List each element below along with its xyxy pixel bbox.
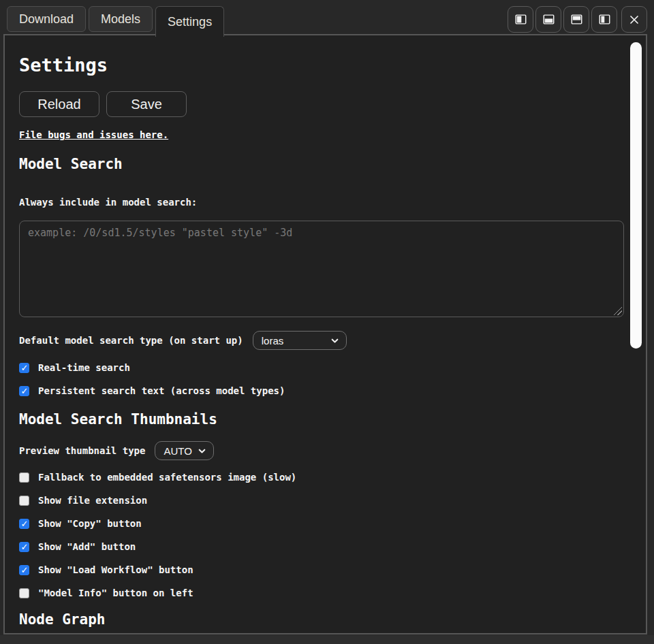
always-include-field-wrap <box>19 221 624 317</box>
tab-bar: Download Models Settings <box>0 0 654 34</box>
default-search-type-row: Default model search type (on start up) … <box>19 331 625 350</box>
panel-right-icon <box>599 14 610 25</box>
tab-list: Download Models Settings <box>7 6 224 37</box>
save-button[interactable]: Save <box>106 91 187 117</box>
vertical-scrollbar[interactable] <box>628 37 644 632</box>
model-info-left-row[interactable]: "Model Info" button on left <box>19 588 625 598</box>
close-icon <box>629 14 640 25</box>
persistent-search-row[interactable]: Persistent search text (across model typ… <box>19 386 625 396</box>
page-title: Settings <box>19 56 625 75</box>
persistent-search-checkbox[interactable] <box>19 386 29 396</box>
panel-bottom-icon <box>543 14 555 25</box>
settings-content: Settings Reload Save File bugs and issue… <box>5 35 625 633</box>
default-search-type-label: Default model search type (on start up) <box>19 336 243 346</box>
file-bugs-link[interactable]: File bugs and issues here. <box>19 130 168 140</box>
chevron-down-icon <box>330 336 339 345</box>
show-file-extension-row[interactable]: Show file extension <box>19 496 625 506</box>
show-copy-button-checkbox[interactable] <box>19 519 29 529</box>
chevron-down-icon <box>198 447 206 455</box>
panel-top-icon <box>571 14 582 25</box>
dock-right-button[interactable] <box>591 6 617 33</box>
persistent-search-label: Persistent search text (across model typ… <box>38 386 285 396</box>
show-load-workflow-checkbox[interactable] <box>19 565 29 575</box>
default-search-type-select[interactable]: loras <box>253 331 347 350</box>
dock-top-button[interactable] <box>563 6 589 33</box>
realtime-search-label: Real-time search <box>38 363 130 373</box>
thumbnails-heading: Model Search Thumbnails <box>19 412 625 427</box>
dock-bottom-button[interactable] <box>535 6 561 33</box>
scrollbar-thumb[interactable] <box>630 42 642 349</box>
horizontal-scrollbar-track[interactable] <box>0 635 654 644</box>
settings-panel: Settings Reload Save File bugs and issue… <box>3 34 647 634</box>
window-buttons <box>508 6 647 33</box>
close-button[interactable] <box>621 6 647 33</box>
show-load-workflow-label: Show "Load Workflow" button <box>38 565 193 575</box>
fallback-safetensors-label: Fallback to embedded safetensors image (… <box>38 472 296 483</box>
show-file-extension-label: Show file extension <box>38 496 147 506</box>
realtime-search-checkbox[interactable] <box>19 363 29 373</box>
panel-left-icon <box>515 14 527 25</box>
tab-download[interactable]: Download <box>7 6 86 32</box>
fallback-safetensors-checkbox[interactable] <box>19 472 29 483</box>
preview-thumbnail-type-label: Preview thumbnail type <box>19 446 145 456</box>
preview-thumbnail-type-row: Preview thumbnail type AUTO <box>19 441 625 460</box>
tab-settings[interactable]: Settings <box>155 6 224 37</box>
action-buttons: Reload Save <box>19 91 625 117</box>
preview-thumbnail-type-select[interactable]: AUTO <box>155 441 213 460</box>
tab-models[interactable]: Models <box>89 6 153 32</box>
model-info-left-checkbox[interactable] <box>19 588 29 598</box>
show-add-button-row[interactable]: Show "Add" button <box>19 542 625 552</box>
preview-thumbnail-type-value: AUTO <box>164 445 191 457</box>
always-include-label: Always include in model search: <box>19 197 625 208</box>
model-info-left-label: "Model Info" button on left <box>38 588 193 598</box>
dock-left-button[interactable] <box>508 6 533 33</box>
show-copy-button-label: Show "Copy" button <box>38 519 142 529</box>
realtime-search-row[interactable]: Real-time search <box>19 363 625 373</box>
model-search-heading: Model Search <box>19 157 625 172</box>
show-add-button-label: Show "Add" button <box>38 542 136 552</box>
reload-button[interactable]: Reload <box>19 91 99 117</box>
show-copy-button-row[interactable]: Show "Copy" button <box>19 519 625 529</box>
always-include-textarea[interactable] <box>19 221 624 317</box>
show-add-button-checkbox[interactable] <box>19 542 29 552</box>
fallback-safetensors-row[interactable]: Fallback to embedded safetensors image (… <box>19 472 625 483</box>
node-graph-heading: Node Graph <box>19 612 625 627</box>
default-search-type-value: loras <box>262 335 284 347</box>
show-file-extension-checkbox[interactable] <box>19 496 29 506</box>
show-load-workflow-row[interactable]: Show "Load Workflow" button <box>19 565 625 575</box>
